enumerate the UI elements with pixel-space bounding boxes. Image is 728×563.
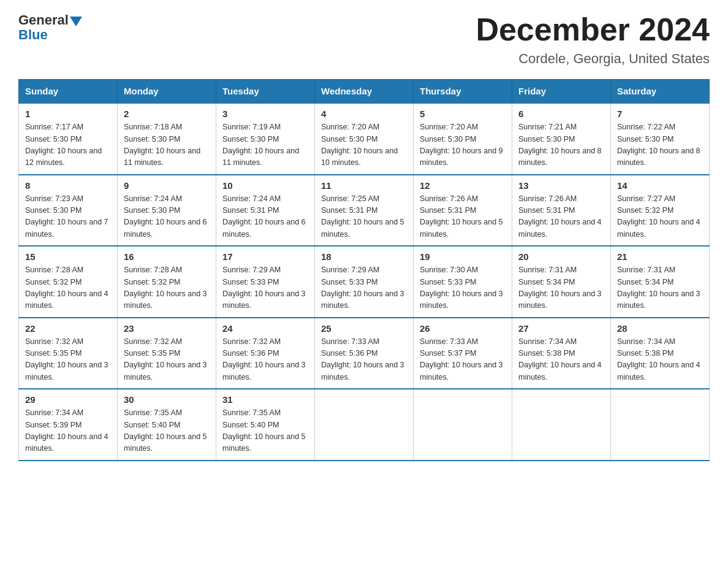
column-header-wednesday: Wednesday	[315, 80, 414, 104]
day-info: Sunrise: 7:26 AMSunset: 5:31 PMDaylight:…	[420, 194, 503, 239]
day-number: 12	[420, 180, 506, 191]
calendar-cell: 25 Sunrise: 7:33 AMSunset: 5:36 PMDaylig…	[315, 318, 414, 389]
column-header-monday: Monday	[118, 80, 216, 104]
calendar-week-row: 1 Sunrise: 7:17 AMSunset: 5:30 PMDayligh…	[19, 103, 710, 175]
day-number: 13	[518, 180, 604, 191]
day-info: Sunrise: 7:34 AMSunset: 5:39 PMDaylight:…	[25, 408, 108, 453]
day-info: Sunrise: 7:31 AMSunset: 5:34 PMDaylight:…	[518, 266, 602, 310]
calendar-week-row: 8 Sunrise: 7:23 AMSunset: 5:30 PMDayligh…	[19, 175, 710, 247]
day-info: Sunrise: 7:35 AMSunset: 5:40 PMDaylight:…	[124, 408, 207, 453]
logo-blue-text: Blue	[18, 27, 48, 43]
calendar-cell: 19 Sunrise: 7:30 AMSunset: 5:33 PMDaylig…	[414, 246, 512, 318]
calendar-cell: 17 Sunrise: 7:29 AMSunset: 5:33 PMDaylig…	[216, 246, 315, 318]
day-info: Sunrise: 7:18 AMSunset: 5:30 PMDaylight:…	[124, 123, 200, 167]
column-header-thursday: Thursday	[414, 80, 512, 104]
column-header-saturday: Saturday	[611, 80, 710, 104]
calendar-cell: 9 Sunrise: 7:24 AMSunset: 5:30 PMDayligh…	[118, 175, 216, 247]
day-info: Sunrise: 7:34 AMSunset: 5:38 PMDaylight:…	[617, 337, 700, 381]
calendar-cell: 20 Sunrise: 7:31 AMSunset: 5:34 PMDaylig…	[512, 246, 611, 318]
calendar-cell: 12 Sunrise: 7:26 AMSunset: 5:31 PMDaylig…	[414, 175, 512, 247]
day-info: Sunrise: 7:32 AMSunset: 5:35 PMDaylight:…	[124, 337, 207, 381]
day-info: Sunrise: 7:30 AMSunset: 5:33 PMDaylight:…	[420, 266, 503, 310]
day-number: 14	[617, 180, 703, 191]
day-number: 19	[420, 251, 506, 262]
column-header-tuesday: Tuesday	[216, 80, 315, 104]
day-number: 11	[321, 180, 407, 191]
day-number: 30	[124, 394, 210, 405]
calendar-month-year: December 2024	[476, 12, 710, 47]
day-number: 4	[321, 109, 407, 119]
day-info: Sunrise: 7:31 AMSunset: 5:34 PMDaylight:…	[617, 266, 700, 310]
calendar-cell: 18 Sunrise: 7:29 AMSunset: 5:33 PMDaylig…	[315, 246, 414, 318]
day-number: 9	[124, 180, 210, 191]
day-number: 26	[420, 323, 506, 334]
calendar-cell	[512, 389, 611, 461]
day-number: 27	[518, 323, 604, 334]
calendar-cell: 16 Sunrise: 7:28 AMSunset: 5:32 PMDaylig…	[118, 246, 216, 318]
day-info: Sunrise: 7:20 AMSunset: 5:30 PMDaylight:…	[420, 123, 503, 167]
calendar-week-row: 22 Sunrise: 7:32 AMSunset: 5:35 PMDaylig…	[19, 318, 710, 389]
day-info: Sunrise: 7:33 AMSunset: 5:36 PMDaylight:…	[321, 337, 404, 381]
calendar-body: 1 Sunrise: 7:17 AMSunset: 5:30 PMDayligh…	[19, 103, 710, 461]
day-number: 1	[25, 109, 111, 119]
day-number: 3	[222, 109, 308, 119]
calendar-cell: 14 Sunrise: 7:27 AMSunset: 5:32 PMDaylig…	[611, 175, 710, 247]
calendar-cell: 8 Sunrise: 7:23 AMSunset: 5:30 PMDayligh…	[19, 175, 118, 247]
day-number: 17	[222, 251, 308, 262]
calendar-cell: 24 Sunrise: 7:32 AMSunset: 5:36 PMDaylig…	[216, 318, 315, 389]
calendar-cell	[611, 389, 710, 461]
calendar-cell: 22 Sunrise: 7:32 AMSunset: 5:35 PMDaylig…	[19, 318, 118, 389]
day-number: 21	[617, 251, 703, 262]
day-info: Sunrise: 7:32 AMSunset: 5:35 PMDaylight:…	[25, 337, 108, 381]
calendar-cell: 30 Sunrise: 7:35 AMSunset: 5:40 PMDaylig…	[118, 389, 216, 461]
calendar-cell: 11 Sunrise: 7:25 AMSunset: 5:31 PMDaylig…	[315, 175, 414, 247]
calendar-cell: 31 Sunrise: 7:35 AMSunset: 5:40 PMDaylig…	[216, 389, 315, 461]
day-info: Sunrise: 7:35 AMSunset: 5:40 PMDaylight:…	[222, 408, 306, 453]
calendar-cell: 1 Sunrise: 7:17 AMSunset: 5:30 PMDayligh…	[19, 103, 118, 175]
calendar-header-row: SundayMondayTuesdayWednesdayThursdayFrid…	[19, 80, 710, 104]
calendar-cell: 27 Sunrise: 7:34 AMSunset: 5:38 PMDaylig…	[512, 318, 611, 389]
calendar-cell: 2 Sunrise: 7:18 AMSunset: 5:30 PMDayligh…	[118, 103, 216, 175]
day-info: Sunrise: 7:29 AMSunset: 5:33 PMDaylight:…	[222, 266, 306, 310]
day-info: Sunrise: 7:20 AMSunset: 5:30 PMDaylight:…	[321, 123, 398, 167]
day-info: Sunrise: 7:19 AMSunset: 5:30 PMDaylight:…	[222, 123, 299, 167]
day-number: 20	[518, 251, 604, 262]
calendar-cell: 13 Sunrise: 7:26 AMSunset: 5:31 PMDaylig…	[512, 175, 611, 247]
day-number: 10	[222, 180, 308, 191]
day-number: 29	[25, 394, 111, 405]
calendar-cell: 3 Sunrise: 7:19 AMSunset: 5:30 PMDayligh…	[216, 103, 315, 175]
page-header: General Blue December 2024 Cordele, Geor…	[18, 12, 710, 67]
calendar-title-area: December 2024 Cordele, Georgia, United S…	[476, 12, 710, 67]
calendar-cell: 23 Sunrise: 7:32 AMSunset: 5:35 PMDaylig…	[118, 318, 216, 389]
day-info: Sunrise: 7:21 AMSunset: 5:30 PMDaylight:…	[518, 123, 602, 167]
day-info: Sunrise: 7:24 AMSunset: 5:30 PMDaylight:…	[124, 194, 207, 239]
day-info: Sunrise: 7:34 AMSunset: 5:38 PMDaylight:…	[518, 337, 602, 381]
calendar-cell: 4 Sunrise: 7:20 AMSunset: 5:30 PMDayligh…	[315, 103, 414, 175]
calendar-cell: 28 Sunrise: 7:34 AMSunset: 5:38 PMDaylig…	[611, 318, 710, 389]
calendar-cell: 15 Sunrise: 7:28 AMSunset: 5:32 PMDaylig…	[19, 246, 118, 318]
day-number: 24	[222, 323, 308, 334]
calendar-cell: 10 Sunrise: 7:24 AMSunset: 5:31 PMDaylig…	[216, 175, 315, 247]
day-info: Sunrise: 7:22 AMSunset: 5:30 PMDaylight:…	[617, 123, 700, 167]
calendar-cell: 26 Sunrise: 7:33 AMSunset: 5:37 PMDaylig…	[414, 318, 512, 389]
day-info: Sunrise: 7:26 AMSunset: 5:31 PMDaylight:…	[518, 194, 602, 239]
calendar-cell: 5 Sunrise: 7:20 AMSunset: 5:30 PMDayligh…	[414, 103, 512, 175]
calendar-week-row: 15 Sunrise: 7:28 AMSunset: 5:32 PMDaylig…	[19, 246, 710, 318]
calendar-cell: 29 Sunrise: 7:34 AMSunset: 5:39 PMDaylig…	[19, 389, 118, 461]
column-header-friday: Friday	[512, 80, 611, 104]
calendar-table: SundayMondayTuesdayWednesdayThursdayFrid…	[18, 79, 710, 461]
logo-general-text: General	[18, 12, 69, 28]
day-number: 25	[321, 323, 407, 334]
day-number: 8	[25, 180, 111, 191]
day-number: 23	[124, 323, 210, 334]
day-info: Sunrise: 7:32 AMSunset: 5:36 PMDaylight:…	[222, 337, 306, 381]
day-number: 22	[25, 323, 111, 334]
calendar-location: Cordele, Georgia, United States	[476, 51, 710, 67]
day-info: Sunrise: 7:28 AMSunset: 5:32 PMDaylight:…	[25, 266, 108, 310]
day-number: 16	[124, 251, 210, 262]
calendar-cell: 7 Sunrise: 7:22 AMSunset: 5:30 PMDayligh…	[611, 103, 710, 175]
day-info: Sunrise: 7:17 AMSunset: 5:30 PMDaylight:…	[25, 123, 102, 167]
day-number: 5	[420, 109, 506, 119]
calendar-cell	[414, 389, 512, 461]
day-number: 6	[518, 109, 604, 119]
